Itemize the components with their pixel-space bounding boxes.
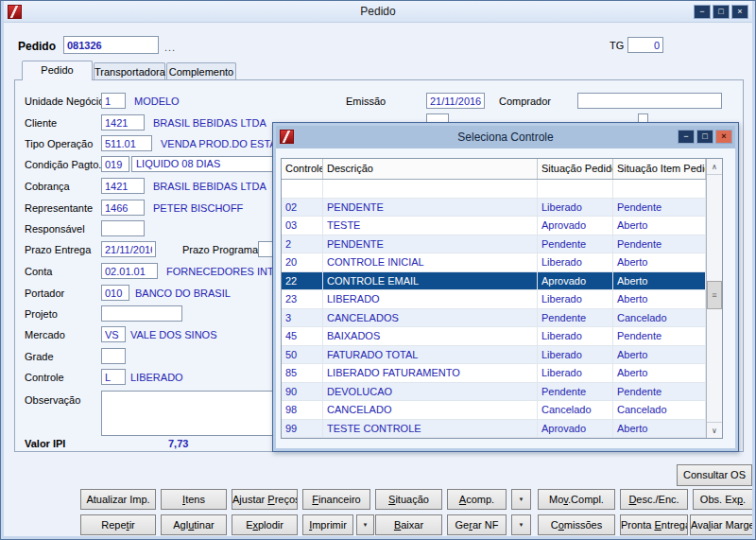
pedido-input[interactable] (63, 36, 159, 54)
comprador-input[interactable] (577, 93, 722, 109)
table-row[interactable]: 2PENDENTEPendentePendente (282, 235, 722, 254)
table-row[interactable]: 23LIBERADOLiberadoAberto (282, 290, 722, 309)
observacao-label: Observação (25, 394, 80, 406)
obs-exp-button[interactable]: Obs. Exp. (693, 489, 753, 510)
table-row[interactable]: 90DEVOLUCAOPendentePendente (282, 383, 722, 402)
emissao-input[interactable] (426, 93, 485, 109)
mercado-input[interactable] (101, 326, 126, 342)
column-header-controle[interactable]: Controle (282, 159, 323, 179)
conta-label: Conta (25, 266, 52, 277)
desc-enc-button[interactable]: Desc./Enc. (620, 489, 688, 510)
label-part: Atualizar Imp. (86, 494, 149, 505)
window-titlebar[interactable]: Pedido − □ × (2, 1, 754, 23)
controle-table: Controle Descrição Situação Pedido Situa… (281, 158, 723, 439)
grade-label: Grade (25, 351, 54, 362)
consultar-os-button[interactable]: Consultar OS (677, 464, 752, 486)
minimize-icon[interactable]: − (694, 5, 711, 19)
controle-input[interactable] (101, 369, 126, 385)
responsavel-label: Responsável (25, 223, 85, 235)
cobranca-input[interactable] (101, 178, 145, 194)
table-row[interactable]: 20CONTROLE INICIALLiberadoAberto (282, 253, 722, 272)
projeto-input[interactable] (101, 305, 182, 322)
ajustar-precos-button[interactable]: Ajustar Preços (232, 489, 298, 510)
label-part: E (654, 519, 661, 531)
label-part: tens (185, 494, 205, 505)
imprimir-dropdown-icon[interactable]: ▼ (356, 514, 374, 535)
tg-input[interactable] (627, 37, 663, 53)
avaliar-margem-button[interactable]: Avaliar Margem (690, 514, 754, 535)
representante-input[interactable] (101, 200, 145, 216)
explodir-button[interactable]: Explodir (232, 514, 298, 535)
gerar-nf-dropdown-icon[interactable]: ▼ (511, 514, 531, 535)
label-part: missões (564, 519, 602, 531)
acomp-dropdown-icon[interactable]: ▼ (511, 489, 531, 510)
column-header-situacao-pedido[interactable]: Situação Pedido (538, 159, 613, 179)
close-icon[interactable]: × (731, 5, 748, 19)
atualizar-imp-button[interactable]: Atualizar Imp. (80, 489, 156, 510)
label-part: ir (129, 519, 135, 531)
gerar-nf-button[interactable]: Gerar NF (447, 514, 507, 535)
cliente-input[interactable] (101, 114, 145, 131)
table-scrollbar[interactable]: ∧ ≡ ∨ (706, 159, 722, 438)
table-header: Controle Descrição Situação Pedido Situa… (282, 159, 722, 180)
prazo-entrega-input[interactable] (101, 241, 156, 257)
repetir-button[interactable]: Repetir (80, 514, 156, 535)
column-header-descricao[interactable]: Descrição (323, 159, 538, 179)
grade-input[interactable] (101, 348, 126, 364)
tab-complemento[interactable]: Complemento (166, 62, 236, 80)
tab-pedido[interactable]: Pedido (22, 61, 93, 80)
table-row[interactable]: 45BAIXADOSLiberadoPendente (282, 327, 722, 346)
pedido-browse-button[interactable]: ... (164, 42, 176, 53)
cobranca-desc: BRASIL BEBIDAS LTDA (153, 181, 266, 192)
maximize-icon[interactable]: □ (713, 5, 730, 19)
label-part: Agl (173, 519, 188, 531)
table-row[interactable]: 85LIBERADO FATURAMENTOLiberadoAberto (282, 364, 722, 383)
scroll-down-icon[interactable]: ∨ (707, 422, 722, 438)
label-part: iar Margem (711, 519, 754, 531)
conta-input[interactable] (101, 263, 158, 279)
itens-button[interactable]: Itens (161, 489, 227, 510)
tipo-operacao-label: Tipo Operação (25, 138, 93, 149)
representante-label: Representante (25, 202, 93, 214)
tab-transportadora[interactable]: Transportadora (94, 62, 165, 80)
cliente-desc: BRASIL BEBIDAS LTDA (153, 117, 266, 129)
table-row[interactable]: 98CANCELADOCanceladoCancelado (282, 401, 722, 420)
dialog-titlebar[interactable]: Seleciona Controle − □ × (276, 126, 735, 148)
table-row[interactable]: 50FATURADO TOTALLiberadoAberto (282, 346, 722, 365)
table-row[interactable]: 3CANCELADOSPendenteCancelado (282, 309, 722, 328)
dialog-minimize-icon[interactable]: − (678, 130, 695, 144)
label-part: Ajustar (232, 494, 267, 505)
dialog-maximize-icon[interactable]: □ (696, 130, 713, 144)
label-part: . (743, 494, 746, 505)
dialog-close-icon[interactable]: × (715, 130, 732, 144)
controle-label: Controle (25, 372, 64, 383)
table-row[interactable]: 99TESTE CONTROLEAprovadoAberto (282, 420, 722, 439)
table-row-empty[interactable] (282, 180, 722, 199)
valor-ipi-value: 7,73 (168, 438, 188, 449)
comprador-label: Comprador (499, 96, 551, 107)
acomp-button[interactable]: Acomp. (447, 489, 507, 510)
imprimir-button[interactable]: Imprimir (302, 514, 353, 535)
pronta-entrega-button[interactable]: Pronta Entrega (620, 514, 688, 535)
label-part: plodir (258, 519, 284, 531)
table-row[interactable]: 02PENDENTELiberadoPendente (282, 199, 722, 218)
column-header-situacao-item[interactable]: Situação Item Pedido (613, 159, 706, 179)
label-part: Obs. Ex (700, 494, 737, 505)
table-row-selected[interactable]: 22CONTROLE EMAILAprovadoAberto (282, 272, 722, 291)
baixar-button[interactable]: Baixar (375, 514, 442, 535)
portador-input[interactable] (101, 285, 129, 301)
mov-compl-button[interactable]: Mov.Compl. (538, 489, 615, 510)
financeiro-button[interactable]: Financeiro (302, 489, 370, 510)
condicao-pagto-input[interactable] (101, 156, 129, 172)
aglutinar-button[interactable]: Aglutinar (161, 514, 227, 535)
table-row[interactable]: 03TESTEAprovadoAberto (282, 217, 722, 235)
responsavel-input[interactable] (101, 220, 145, 236)
comissoes-button[interactable]: Comissões (538, 514, 615, 535)
situacao-button[interactable]: Situação (375, 489, 442, 510)
label-part: Repe (101, 519, 126, 531)
condicao-pagto-label: Condição Pagto. (25, 159, 101, 170)
scrollbar-thumb[interactable]: ≡ (707, 281, 722, 309)
tipo-operacao-input[interactable] (101, 135, 152, 151)
cliente-label: Cliente (25, 117, 57, 129)
scroll-up-icon[interactable]: ∧ (707, 159, 722, 175)
